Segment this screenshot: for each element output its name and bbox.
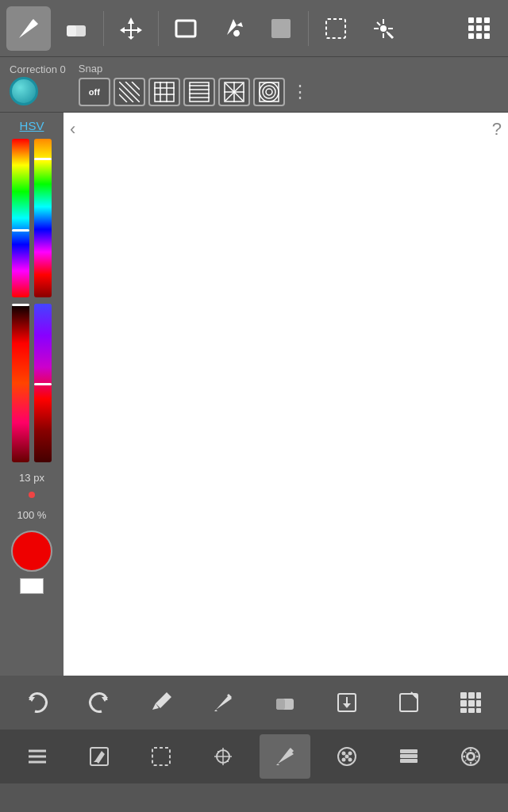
opacity-label: 100 % bbox=[17, 509, 47, 521]
svg-line-22 bbox=[119, 82, 140, 102]
eyedropper-button[interactable] bbox=[140, 682, 182, 723]
svg-rect-20 bbox=[476, 33, 482, 39]
svg-rect-63 bbox=[476, 708, 481, 713]
fill-tool-button[interactable] bbox=[211, 6, 256, 51]
nav-edit-button[interactable] bbox=[74, 734, 125, 779]
nav-settings-button[interactable] bbox=[445, 734, 496, 779]
hue-thumb bbox=[12, 229, 29, 232]
export-button[interactable] bbox=[388, 682, 429, 723]
svg-rect-58 bbox=[460, 700, 467, 707]
snap-bar: Correction 0 Snap off bbox=[0, 57, 508, 113]
svg-rect-31 bbox=[155, 82, 174, 102]
pen-tool-button[interactable] bbox=[6, 6, 51, 51]
snap-lines-button[interactable] bbox=[183, 78, 215, 106]
svg-line-24 bbox=[119, 88, 133, 102]
hue-slider[interactable] bbox=[12, 139, 29, 297]
correction-label: Correction 0 bbox=[10, 63, 66, 75]
snap-grid-button[interactable] bbox=[148, 78, 180, 106]
svg-rect-61 bbox=[460, 708, 467, 713]
color-preview[interactable] bbox=[11, 530, 52, 572]
color-swatch-button[interactable] bbox=[259, 6, 303, 51]
nav-selection-button[interactable] bbox=[136, 734, 187, 779]
svg-rect-59 bbox=[468, 700, 475, 707]
hsv-label[interactable]: HSV bbox=[20, 119, 44, 132]
svg-rect-16 bbox=[468, 25, 474, 31]
svg-rect-3 bbox=[176, 21, 195, 36]
import-button[interactable] bbox=[326, 682, 368, 723]
undo-button[interactable] bbox=[17, 682, 58, 723]
blue-slider[interactable] bbox=[34, 304, 52, 462]
svg-rect-60 bbox=[476, 700, 481, 707]
svg-point-73 bbox=[342, 752, 346, 756]
eraser-tool-button[interactable] bbox=[54, 6, 98, 51]
svg-rect-15 bbox=[484, 17, 490, 23]
top-toolbar bbox=[0, 0, 508, 57]
snap-off-button[interactable]: off bbox=[79, 78, 110, 106]
size-label: 13 px bbox=[19, 472, 44, 484]
blue-thumb bbox=[34, 383, 52, 385]
grid-view-button[interactable] bbox=[450, 682, 491, 723]
svg-rect-18 bbox=[484, 25, 490, 31]
canvas-area[interactable]: ‹ ? bbox=[64, 113, 508, 676]
svg-rect-5 bbox=[326, 19, 345, 38]
saturation-slider[interactable] bbox=[34, 139, 52, 297]
snap-diagonal-button[interactable] bbox=[114, 78, 145, 106]
svg-point-77 bbox=[345, 755, 349, 759]
snap-radial-button[interactable] bbox=[218, 78, 250, 106]
svg-point-12 bbox=[380, 25, 387, 32]
snap-icons-row: off bbox=[79, 78, 498, 106]
svg-rect-68 bbox=[152, 748, 170, 765]
toolbar-divider-2 bbox=[158, 11, 159, 46]
nav-draw-button[interactable] bbox=[260, 734, 310, 779]
pencil-button[interactable] bbox=[202, 682, 244, 723]
nav-transform-button[interactable] bbox=[198, 734, 248, 779]
svg-point-42 bbox=[266, 89, 272, 95]
svg-rect-21 bbox=[484, 33, 490, 39]
nav-help-button[interactable]: ? bbox=[492, 119, 502, 140]
svg-point-75 bbox=[342, 758, 346, 762]
svg-rect-79 bbox=[400, 754, 418, 758]
svg-rect-4 bbox=[271, 19, 291, 38]
toolbar-divider-3 bbox=[308, 11, 309, 46]
selection-tool-button[interactable] bbox=[314, 6, 358, 51]
nav-back-button[interactable]: ‹ bbox=[70, 119, 75, 140]
value-thumb bbox=[12, 304, 29, 306]
magic-wand-button[interactable] bbox=[361, 6, 406, 51]
color-sliders bbox=[12, 139, 52, 297]
svg-rect-56 bbox=[468, 692, 475, 699]
size-dot bbox=[29, 492, 35, 498]
nav-layers-button[interactable] bbox=[383, 734, 434, 779]
svg-rect-49 bbox=[276, 699, 285, 710]
svg-rect-1 bbox=[67, 25, 76, 36]
toolbar-divider-1 bbox=[103, 11, 104, 46]
svg-rect-62 bbox=[468, 708, 475, 713]
move-tool-button[interactable] bbox=[109, 6, 153, 51]
svg-rect-55 bbox=[460, 692, 467, 699]
correction-circle[interactable] bbox=[10, 77, 38, 105]
correction-section: Correction 0 bbox=[10, 63, 66, 105]
nav-palette-button[interactable] bbox=[321, 734, 372, 779]
svg-point-83 bbox=[468, 753, 474, 760]
svg-rect-78 bbox=[400, 759, 418, 763]
svg-point-74 bbox=[348, 752, 352, 756]
svg-point-76 bbox=[348, 758, 352, 762]
saturation-thumb bbox=[34, 158, 52, 160]
shape-tool-button[interactable] bbox=[164, 6, 208, 51]
redo-button[interactable] bbox=[79, 682, 120, 723]
svg-rect-80 bbox=[400, 749, 418, 753]
svg-rect-17 bbox=[476, 25, 482, 31]
white-swatch[interactable] bbox=[20, 578, 44, 594]
svg-point-43 bbox=[263, 86, 275, 98]
snap-more-button[interactable]: ⋮ bbox=[291, 82, 309, 102]
snap-section: Snap off bbox=[79, 63, 498, 106]
nav-menu-button[interactable] bbox=[12, 734, 63, 779]
snap-label: Snap bbox=[79, 63, 498, 75]
smudge-tool-button[interactable] bbox=[457, 6, 502, 51]
value-slider[interactable] bbox=[12, 304, 29, 462]
svg-rect-14 bbox=[476, 17, 482, 23]
svg-rect-13 bbox=[468, 17, 474, 23]
eraser2-button[interactable] bbox=[264, 682, 306, 723]
svg-rect-19 bbox=[468, 33, 474, 39]
svg-line-10 bbox=[377, 22, 380, 25]
snap-concentric-button[interactable] bbox=[253, 78, 285, 106]
